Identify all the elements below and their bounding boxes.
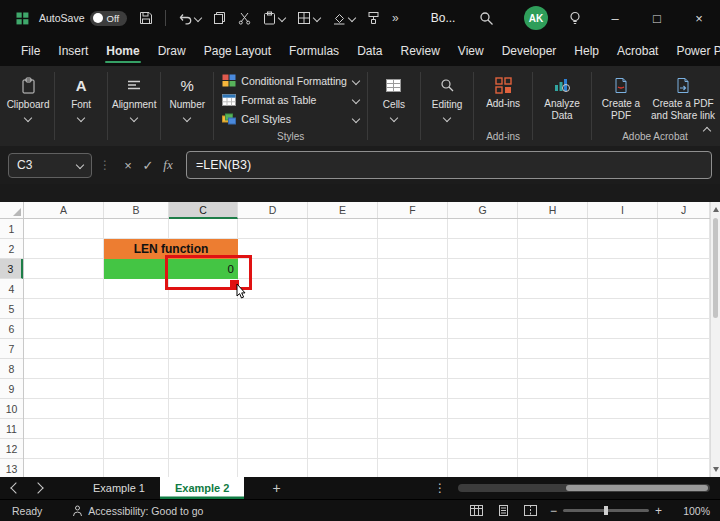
tab-home[interactable]: Home [97, 37, 148, 65]
analyze-data-button[interactable]: Analyze Data [535, 75, 589, 121]
number-group[interactable]: % Number [163, 66, 211, 146]
row-header-2[interactable]: 2 [0, 239, 23, 259]
format-painter-button[interactable] [367, 11, 380, 25]
row-header-13[interactable]: 13 [0, 459, 23, 477]
row-header-1[interactable]: 1 [0, 219, 23, 239]
name-box[interactable]: C3 [8, 153, 92, 178]
new-sheet-button[interactable]: + [272, 477, 280, 499]
row-header-4[interactable]: 4 [0, 279, 23, 299]
column-header-A[interactable]: A [24, 202, 104, 218]
zoom-in-button[interactable]: + [655, 504, 662, 518]
editing-group[interactable]: Editing [423, 66, 471, 146]
copy-button[interactable] [213, 11, 226, 25]
formula-input[interactable]: =LEN(B3) [186, 151, 712, 179]
column-header-G[interactable]: G [448, 202, 518, 218]
collapse-ribbon-button[interactable] [704, 120, 710, 138]
cut-button[interactable] [238, 11, 251, 25]
borders-button[interactable] [297, 11, 320, 25]
row-header-3[interactable]: 3 [0, 259, 23, 279]
select-all-button[interactable] [0, 202, 24, 219]
undo-button[interactable] [178, 12, 201, 25]
close-button[interactable]: × [678, 0, 720, 36]
fill-color-button[interactable] [332, 11, 355, 25]
format-as-table-button[interactable]: Format as Table [222, 90, 359, 109]
zoom-out-button[interactable]: − [550, 504, 557, 518]
row-header-12[interactable]: 12 [0, 439, 23, 459]
column-header-I[interactable]: I [588, 202, 658, 218]
save-button[interactable] [139, 11, 153, 25]
tab-acrobat[interactable]: Acrobat [608, 37, 667, 65]
tab-review[interactable]: Review [391, 37, 448, 65]
row-header-5[interactable]: 5 [0, 299, 23, 319]
tab-insert[interactable]: Insert [49, 37, 97, 65]
cell-b3[interactable] [104, 259, 169, 279]
column-header-D[interactable]: D [238, 202, 308, 218]
maximize-button[interactable]: □ [636, 0, 678, 36]
cancel-button[interactable]: × [118, 158, 138, 173]
tab-page-layout[interactable]: Page Layout [195, 37, 280, 65]
tab-file[interactable]: File [12, 37, 49, 65]
row-header-9[interactable]: 9 [0, 379, 23, 399]
formula-bar-grip: ⋮ [99, 158, 111, 172]
tab-draw[interactable]: Draw [149, 37, 195, 65]
sheet-tab-example-2[interactable]: Example 2 [160, 477, 244, 499]
cell-styles-button[interactable]: Cell Styles [222, 109, 359, 128]
accessibility-status[interactable]: Accessibility: Good to go [72, 505, 203, 517]
tab-help[interactable]: Help [565, 37, 608, 65]
paste-button[interactable] [263, 11, 285, 25]
column-header-J[interactable]: J [658, 202, 710, 218]
search-icon[interactable] [479, 11, 494, 26]
status-ready[interactable]: Ready [12, 505, 42, 517]
vertical-scroll-thumb[interactable] [713, 218, 718, 318]
column-header-B[interactable]: B [104, 202, 169, 218]
horizontal-scroll-thumb[interactable] [566, 485, 708, 491]
sheet-options-button[interactable]: ⋮ [434, 481, 446, 495]
scroll-down-arrow[interactable] [713, 467, 719, 472]
create-pdf-button[interactable]: Create a PDF [594, 75, 648, 121]
column-header-C[interactable]: C [169, 202, 238, 219]
lightbulb-icon[interactable] [568, 11, 582, 26]
tab-view[interactable]: View [449, 37, 493, 65]
vertical-scrollbar[interactable] [710, 202, 720, 477]
tab-data[interactable]: Data [348, 37, 391, 65]
normal-view-button[interactable] [470, 505, 483, 516]
row-header-10[interactable]: 10 [0, 399, 23, 419]
column-header-E[interactable]: E [308, 202, 378, 218]
sheet-tab-bar: Example 1 Example 2 + ⋮ [0, 477, 720, 499]
row-header-11[interactable]: 11 [0, 419, 23, 439]
font-group[interactable]: A Font [57, 66, 105, 146]
insert-function-button[interactable]: fx [158, 157, 178, 173]
scroll-up-arrow[interactable] [713, 207, 719, 212]
sheet-nav-right[interactable] [32, 482, 43, 493]
tab-formulas[interactable]: Formulas [280, 37, 348, 65]
add-ins-group: Add-ins Add-ins [476, 66, 530, 146]
tab-power-pivot[interactable]: Power Pivot [667, 37, 720, 65]
tab-developer[interactable]: Developer [493, 37, 566, 65]
sheet-nav-left[interactable] [10, 482, 21, 493]
row-header-6[interactable]: 6 [0, 319, 23, 339]
minimize-button[interactable]: – [594, 0, 636, 36]
create-pdf-share-button[interactable]: Create a PDF and Share link [650, 75, 716, 121]
zoom-slider-thumb[interactable] [604, 506, 608, 515]
divider [213, 72, 214, 140]
cells-group[interactable]: Cells [370, 66, 418, 146]
add-ins-button[interactable]: Add-ins [476, 75, 530, 110]
zoom-level[interactable]: 100% [672, 505, 710, 517]
conditional-formatting-button[interactable]: Conditional Formatting [222, 71, 359, 90]
horizontal-scrollbar[interactable] [458, 484, 710, 492]
page-layout-view-button[interactable] [497, 505, 510, 516]
clipboard-group[interactable]: Clipboard [4, 66, 52, 146]
alignment-group[interactable]: Alignment [110, 66, 158, 146]
row-header-7[interactable]: 7 [0, 339, 23, 359]
page-break-view-button[interactable] [524, 505, 537, 516]
more-commands-button[interactable]: » [392, 11, 399, 25]
account-avatar[interactable]: AK [524, 6, 548, 30]
row-header-8[interactable]: 8 [0, 359, 23, 379]
enter-button[interactable]: ✓ [138, 158, 158, 173]
zoom-slider[interactable] [563, 509, 649, 512]
sheet-tab-example-1[interactable]: Example 1 [78, 477, 160, 499]
autosave-toggle[interactable]: AutoSave Off [39, 11, 127, 26]
autosave-pill[interactable]: Off [90, 11, 128, 26]
column-header-F[interactable]: F [378, 202, 448, 218]
column-header-H[interactable]: H [518, 202, 588, 218]
